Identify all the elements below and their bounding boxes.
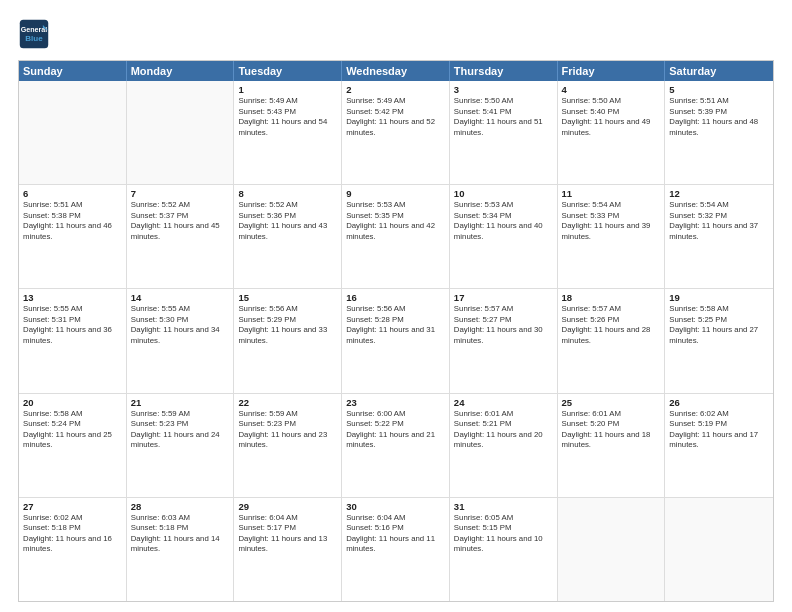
calendar-cell: 6Sunrise: 5:51 AM Sunset: 5:38 PM Daylig…	[19, 185, 127, 288]
cell-day-number: 21	[131, 397, 230, 408]
calendar-cell: 21Sunrise: 5:59 AM Sunset: 5:23 PM Dayli…	[127, 394, 235, 497]
calendar-cell: 12Sunrise: 5:54 AM Sunset: 5:32 PM Dayli…	[665, 185, 773, 288]
calendar-row-1: 1Sunrise: 5:49 AM Sunset: 5:43 PM Daylig…	[19, 81, 773, 185]
cell-day-number: 30	[346, 501, 445, 512]
calendar-cell: 22Sunrise: 5:59 AM Sunset: 5:23 PM Dayli…	[234, 394, 342, 497]
cell-info: Sunrise: 6:02 AM Sunset: 5:18 PM Dayligh…	[23, 513, 122, 555]
cell-info: Sunrise: 5:51 AM Sunset: 5:38 PM Dayligh…	[23, 200, 122, 242]
cell-day-number: 19	[669, 292, 769, 303]
cell-day-number: 9	[346, 188, 445, 199]
calendar-cell: 19Sunrise: 5:58 AM Sunset: 5:25 PM Dayli…	[665, 289, 773, 392]
cell-day-number: 12	[669, 188, 769, 199]
cell-info: Sunrise: 5:58 AM Sunset: 5:25 PM Dayligh…	[669, 304, 769, 346]
cell-day-number: 22	[238, 397, 337, 408]
calendar-cell: 24Sunrise: 6:01 AM Sunset: 5:21 PM Dayli…	[450, 394, 558, 497]
logo: General Blue	[18, 18, 50, 50]
page: General Blue SundayMondayTuesdayWednesda…	[0, 0, 792, 612]
calendar-cell: 8Sunrise: 5:52 AM Sunset: 5:36 PM Daylig…	[234, 185, 342, 288]
calendar-header-row: SundayMondayTuesdayWednesdayThursdayFrid…	[19, 61, 773, 81]
cell-info: Sunrise: 5:53 AM Sunset: 5:35 PM Dayligh…	[346, 200, 445, 242]
cell-day-number: 28	[131, 501, 230, 512]
cell-day-number: 18	[562, 292, 661, 303]
calendar-cell	[19, 81, 127, 184]
calendar-cell: 28Sunrise: 6:03 AM Sunset: 5:18 PM Dayli…	[127, 498, 235, 601]
calendar-cell	[127, 81, 235, 184]
calendar-cell: 17Sunrise: 5:57 AM Sunset: 5:27 PM Dayli…	[450, 289, 558, 392]
header-cell-tuesday: Tuesday	[234, 61, 342, 81]
calendar-cell: 26Sunrise: 6:02 AM Sunset: 5:19 PM Dayli…	[665, 394, 773, 497]
cell-day-number: 20	[23, 397, 122, 408]
cell-day-number: 31	[454, 501, 553, 512]
cell-day-number: 8	[238, 188, 337, 199]
cell-info: Sunrise: 5:53 AM Sunset: 5:34 PM Dayligh…	[454, 200, 553, 242]
calendar: SundayMondayTuesdayWednesdayThursdayFrid…	[18, 60, 774, 602]
cell-info: Sunrise: 6:04 AM Sunset: 5:16 PM Dayligh…	[346, 513, 445, 555]
cell-day-number: 5	[669, 84, 769, 95]
cell-info: Sunrise: 5:50 AM Sunset: 5:40 PM Dayligh…	[562, 96, 661, 138]
svg-text:Blue: Blue	[25, 34, 43, 43]
cell-day-number: 16	[346, 292, 445, 303]
cell-info: Sunrise: 5:52 AM Sunset: 5:37 PM Dayligh…	[131, 200, 230, 242]
calendar-body: 1Sunrise: 5:49 AM Sunset: 5:43 PM Daylig…	[19, 81, 773, 601]
header-cell-wednesday: Wednesday	[342, 61, 450, 81]
calendar-cell	[665, 498, 773, 601]
calendar-row-2: 6Sunrise: 5:51 AM Sunset: 5:38 PM Daylig…	[19, 185, 773, 289]
cell-info: Sunrise: 5:51 AM Sunset: 5:39 PM Dayligh…	[669, 96, 769, 138]
logo-icon: General Blue	[18, 18, 50, 50]
cell-day-number: 10	[454, 188, 553, 199]
cell-info: Sunrise: 6:03 AM Sunset: 5:18 PM Dayligh…	[131, 513, 230, 555]
cell-info: Sunrise: 6:01 AM Sunset: 5:20 PM Dayligh…	[562, 409, 661, 451]
cell-info: Sunrise: 5:59 AM Sunset: 5:23 PM Dayligh…	[238, 409, 337, 451]
cell-day-number: 3	[454, 84, 553, 95]
cell-info: Sunrise: 5:54 AM Sunset: 5:33 PM Dayligh…	[562, 200, 661, 242]
cell-info: Sunrise: 5:54 AM Sunset: 5:32 PM Dayligh…	[669, 200, 769, 242]
calendar-cell: 31Sunrise: 6:05 AM Sunset: 5:15 PM Dayli…	[450, 498, 558, 601]
cell-info: Sunrise: 5:57 AM Sunset: 5:27 PM Dayligh…	[454, 304, 553, 346]
calendar-cell: 9Sunrise: 5:53 AM Sunset: 5:35 PM Daylig…	[342, 185, 450, 288]
calendar-cell: 20Sunrise: 5:58 AM Sunset: 5:24 PM Dayli…	[19, 394, 127, 497]
cell-day-number: 24	[454, 397, 553, 408]
calendar-cell: 5Sunrise: 5:51 AM Sunset: 5:39 PM Daylig…	[665, 81, 773, 184]
header-cell-saturday: Saturday	[665, 61, 773, 81]
cell-day-number: 27	[23, 501, 122, 512]
cell-info: Sunrise: 5:57 AM Sunset: 5:26 PM Dayligh…	[562, 304, 661, 346]
cell-info: Sunrise: 5:59 AM Sunset: 5:23 PM Dayligh…	[131, 409, 230, 451]
cell-info: Sunrise: 5:55 AM Sunset: 5:31 PM Dayligh…	[23, 304, 122, 346]
calendar-cell: 13Sunrise: 5:55 AM Sunset: 5:31 PM Dayli…	[19, 289, 127, 392]
header-cell-sunday: Sunday	[19, 61, 127, 81]
cell-info: Sunrise: 5:58 AM Sunset: 5:24 PM Dayligh…	[23, 409, 122, 451]
calendar-cell: 4Sunrise: 5:50 AM Sunset: 5:40 PM Daylig…	[558, 81, 666, 184]
cell-day-number: 4	[562, 84, 661, 95]
calendar-cell: 10Sunrise: 5:53 AM Sunset: 5:34 PM Dayli…	[450, 185, 558, 288]
cell-day-number: 1	[238, 84, 337, 95]
cell-info: Sunrise: 5:56 AM Sunset: 5:28 PM Dayligh…	[346, 304, 445, 346]
cell-info: Sunrise: 5:55 AM Sunset: 5:30 PM Dayligh…	[131, 304, 230, 346]
cell-day-number: 29	[238, 501, 337, 512]
cell-info: Sunrise: 6:05 AM Sunset: 5:15 PM Dayligh…	[454, 513, 553, 555]
calendar-cell	[558, 498, 666, 601]
calendar-cell: 25Sunrise: 6:01 AM Sunset: 5:20 PM Dayli…	[558, 394, 666, 497]
cell-day-number: 11	[562, 188, 661, 199]
cell-info: Sunrise: 5:49 AM Sunset: 5:42 PM Dayligh…	[346, 96, 445, 138]
cell-day-number: 6	[23, 188, 122, 199]
calendar-cell: 16Sunrise: 5:56 AM Sunset: 5:28 PM Dayli…	[342, 289, 450, 392]
calendar-row-4: 20Sunrise: 5:58 AM Sunset: 5:24 PM Dayli…	[19, 394, 773, 498]
cell-info: Sunrise: 6:01 AM Sunset: 5:21 PM Dayligh…	[454, 409, 553, 451]
cell-day-number: 17	[454, 292, 553, 303]
calendar-cell: 11Sunrise: 5:54 AM Sunset: 5:33 PM Dayli…	[558, 185, 666, 288]
calendar-cell: 2Sunrise: 5:49 AM Sunset: 5:42 PM Daylig…	[342, 81, 450, 184]
calendar-cell: 7Sunrise: 5:52 AM Sunset: 5:37 PM Daylig…	[127, 185, 235, 288]
cell-day-number: 15	[238, 292, 337, 303]
cell-info: Sunrise: 6:04 AM Sunset: 5:17 PM Dayligh…	[238, 513, 337, 555]
cell-day-number: 14	[131, 292, 230, 303]
calendar-cell: 3Sunrise: 5:50 AM Sunset: 5:41 PM Daylig…	[450, 81, 558, 184]
cell-day-number: 13	[23, 292, 122, 303]
cell-info: Sunrise: 5:49 AM Sunset: 5:43 PM Dayligh…	[238, 96, 337, 138]
cell-day-number: 25	[562, 397, 661, 408]
calendar-cell: 18Sunrise: 5:57 AM Sunset: 5:26 PM Dayli…	[558, 289, 666, 392]
calendar-cell: 1Sunrise: 5:49 AM Sunset: 5:43 PM Daylig…	[234, 81, 342, 184]
calendar-cell: 27Sunrise: 6:02 AM Sunset: 5:18 PM Dayli…	[19, 498, 127, 601]
cell-day-number: 26	[669, 397, 769, 408]
cell-info: Sunrise: 6:02 AM Sunset: 5:19 PM Dayligh…	[669, 409, 769, 451]
cell-day-number: 7	[131, 188, 230, 199]
